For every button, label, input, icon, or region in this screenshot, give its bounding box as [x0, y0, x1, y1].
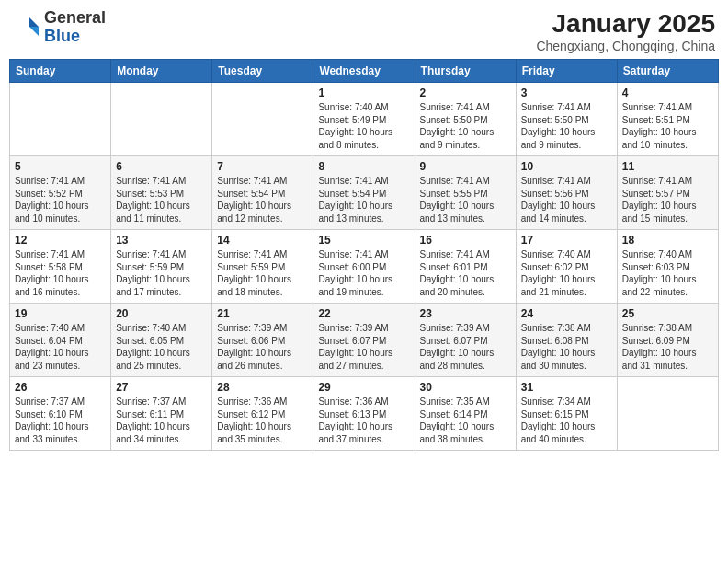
day-number: 21 — [217, 307, 308, 320]
week-row-3: 12Sunrise: 7:41 AMSunset: 5:58 PMDayligh… — [10, 230, 719, 304]
calendar-cell: 8Sunrise: 7:41 AMSunset: 5:54 PMDaylight… — [313, 156, 415, 230]
weekday-header-tuesday: Tuesday — [212, 60, 313, 83]
day-number: 9 — [420, 160, 511, 173]
day-number: 23 — [420, 307, 511, 320]
day-number: 18 — [622, 234, 713, 247]
cell-info: Sunrise: 7:41 AMSunset: 5:55 PMDaylight:… — [420, 175, 511, 224]
day-number: 15 — [318, 234, 409, 247]
cell-info: Sunrise: 7:40 AMSunset: 6:04 PMDaylight:… — [15, 322, 106, 372]
calendar-cell — [212, 83, 313, 156]
day-number: 20 — [116, 307, 207, 320]
day-number: 2 — [420, 86, 511, 99]
week-row-4: 19Sunrise: 7:40 AMSunset: 6:04 PMDayligh… — [10, 304, 719, 377]
cell-info: Sunrise: 7:34 AMSunset: 6:15 PMDaylight:… — [521, 396, 612, 445]
logo-general-text: General — [44, 8, 106, 27]
day-number: 8 — [318, 160, 409, 173]
calendar-cell: 1Sunrise: 7:40 AMSunset: 5:49 PMDaylight… — [313, 83, 415, 156]
day-number: 10 — [521, 160, 612, 173]
calendar-cell — [617, 377, 718, 451]
calendar-cell — [111, 83, 212, 156]
calendar-cell: 28Sunrise: 7:36 AMSunset: 6:12 PMDayligh… — [212, 377, 313, 451]
cell-info: Sunrise: 7:36 AMSunset: 6:12 PMDaylight:… — [217, 396, 308, 445]
day-number: 22 — [318, 307, 409, 320]
day-number: 6 — [116, 160, 207, 173]
calendar-cell: 4Sunrise: 7:41 AMSunset: 5:51 PMDaylight… — [617, 83, 718, 156]
calendar-cell: 25Sunrise: 7:38 AMSunset: 6:09 PMDayligh… — [617, 304, 718, 377]
week-row-2: 5Sunrise: 7:41 AMSunset: 5:52 PMDaylight… — [10, 156, 719, 230]
calendar-cell: 30Sunrise: 7:35 AMSunset: 6:14 PMDayligh… — [415, 377, 516, 451]
cell-info: Sunrise: 7:41 AMSunset: 5:59 PMDaylight:… — [116, 248, 207, 298]
cell-info: Sunrise: 7:41 AMSunset: 5:52 PMDaylight:… — [15, 175, 106, 224]
svg-marker-1 — [29, 27, 39, 36]
day-number: 17 — [521, 234, 612, 247]
day-number: 7 — [217, 160, 308, 173]
calendar-cell: 15Sunrise: 7:41 AMSunset: 6:00 PMDayligh… — [313, 230, 415, 304]
cell-info: Sunrise: 7:36 AMSunset: 6:13 PMDaylight:… — [318, 396, 409, 445]
day-number: 28 — [217, 381, 308, 394]
calendar-cell: 22Sunrise: 7:39 AMSunset: 6:07 PMDayligh… — [313, 304, 415, 377]
calendar-cell: 7Sunrise: 7:41 AMSunset: 5:54 PMDaylight… — [212, 156, 313, 230]
logo: General Blue — [13, 9, 106, 46]
day-number: 14 — [217, 234, 308, 247]
day-number: 29 — [318, 381, 409, 394]
calendar-cell: 20Sunrise: 7:40 AMSunset: 6:05 PMDayligh… — [111, 304, 212, 377]
calendar-table: SundayMondayTuesdayWednesdayThursdayFrid… — [9, 59, 719, 451]
calendar-cell: 10Sunrise: 7:41 AMSunset: 5:56 PMDayligh… — [516, 156, 617, 230]
day-number: 1 — [318, 86, 409, 99]
day-number: 19 — [15, 307, 106, 320]
svg-marker-0 — [29, 17, 39, 27]
calendar-cell: 18Sunrise: 7:40 AMSunset: 6:03 PMDayligh… — [617, 230, 718, 304]
weekday-header-row: SundayMondayTuesdayWednesdayThursdayFrid… — [10, 60, 719, 83]
calendar-cell: 13Sunrise: 7:41 AMSunset: 5:59 PMDayligh… — [111, 230, 212, 304]
location-title: Chengxiang, Chongqing, China — [536, 39, 715, 53]
day-number: 30 — [420, 381, 511, 394]
cell-info: Sunrise: 7:41 AMSunset: 5:57 PMDaylight:… — [622, 175, 713, 224]
cell-info: Sunrise: 7:39 AMSunset: 6:07 PMDaylight:… — [318, 322, 409, 372]
cell-info: Sunrise: 7:41 AMSunset: 6:01 PMDaylight:… — [420, 248, 511, 298]
cell-info: Sunrise: 7:41 AMSunset: 5:53 PMDaylight:… — [116, 175, 207, 224]
weekday-header-saturday: Saturday — [617, 60, 718, 83]
cell-info: Sunrise: 7:41 AMSunset: 5:50 PMDaylight:… — [420, 101, 511, 151]
calendar-cell — [10, 83, 111, 156]
day-number: 24 — [521, 307, 612, 320]
day-number: 26 — [15, 381, 106, 394]
cell-info: Sunrise: 7:41 AMSunset: 5:59 PMDaylight:… — [217, 248, 308, 298]
cell-info: Sunrise: 7:37 AMSunset: 6:10 PMDaylight:… — [15, 396, 106, 445]
cell-info: Sunrise: 7:40 AMSunset: 6:03 PMDaylight:… — [622, 248, 713, 298]
calendar-cell: 17Sunrise: 7:40 AMSunset: 6:02 PMDayligh… — [516, 230, 617, 304]
day-number: 27 — [116, 381, 207, 394]
weekday-header-thursday: Thursday — [415, 60, 516, 83]
calendar-cell: 6Sunrise: 7:41 AMSunset: 5:53 PMDaylight… — [111, 156, 212, 230]
calendar-cell: 21Sunrise: 7:39 AMSunset: 6:06 PMDayligh… — [212, 304, 313, 377]
cell-info: Sunrise: 7:40 AMSunset: 5:49 PMDaylight:… — [318, 101, 409, 151]
calendar-body: 1Sunrise: 7:40 AMSunset: 5:49 PMDaylight… — [10, 83, 719, 451]
cell-info: Sunrise: 7:40 AMSunset: 6:02 PMDaylight:… — [521, 248, 612, 298]
calendar-cell: 11Sunrise: 7:41 AMSunset: 5:57 PMDayligh… — [617, 156, 718, 230]
calendar-cell: 14Sunrise: 7:41 AMSunset: 5:59 PMDayligh… — [212, 230, 313, 304]
calendar-cell: 26Sunrise: 7:37 AMSunset: 6:10 PMDayligh… — [10, 377, 111, 451]
day-number: 4 — [622, 86, 713, 99]
weekday-header-monday: Monday — [111, 60, 212, 83]
day-number: 31 — [521, 381, 612, 394]
month-title: January 2025 — [536, 9, 715, 39]
week-row-5: 26Sunrise: 7:37 AMSunset: 6:10 PMDayligh… — [10, 377, 719, 451]
calendar-cell: 12Sunrise: 7:41 AMSunset: 5:58 PMDayligh… — [10, 230, 111, 304]
day-number: 5 — [15, 160, 106, 173]
cell-info: Sunrise: 7:39 AMSunset: 6:07 PMDaylight:… — [420, 322, 511, 372]
logo-icon — [13, 14, 40, 41]
cell-info: Sunrise: 7:39 AMSunset: 6:06 PMDaylight:… — [217, 322, 308, 372]
calendar-cell: 23Sunrise: 7:39 AMSunset: 6:07 PMDayligh… — [415, 304, 516, 377]
cell-info: Sunrise: 7:38 AMSunset: 6:09 PMDaylight:… — [622, 322, 713, 372]
cell-info: Sunrise: 7:41 AMSunset: 5:56 PMDaylight:… — [521, 175, 612, 224]
logo-blue-text: Blue — [44, 27, 80, 45]
page-header: General Blue January 2025 Chengxiang, Ch… — [9, 9, 719, 53]
calendar-cell: 19Sunrise: 7:40 AMSunset: 6:04 PMDayligh… — [10, 304, 111, 377]
cell-info: Sunrise: 7:41 AMSunset: 5:54 PMDaylight:… — [217, 175, 308, 224]
calendar-cell: 31Sunrise: 7:34 AMSunset: 6:15 PMDayligh… — [516, 377, 617, 451]
day-number: 3 — [521, 86, 612, 99]
title-block: January 2025 Chengxiang, Chongqing, Chin… — [536, 9, 715, 53]
day-number: 13 — [116, 234, 207, 247]
week-row-1: 1Sunrise: 7:40 AMSunset: 5:49 PMDaylight… — [10, 83, 719, 156]
cell-info: Sunrise: 7:37 AMSunset: 6:11 PMDaylight:… — [116, 396, 207, 445]
calendar-cell: 2Sunrise: 7:41 AMSunset: 5:50 PMDaylight… — [415, 83, 516, 156]
